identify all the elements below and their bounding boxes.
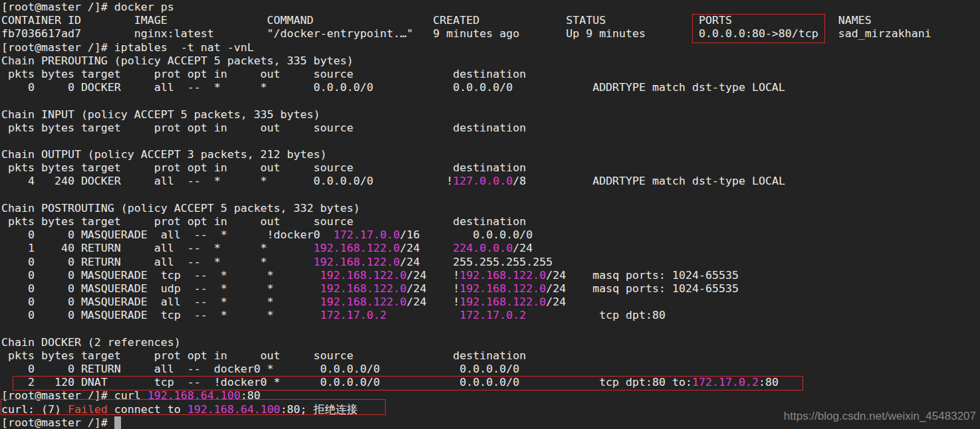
terminal-text-segment: pkts bytes target prot opt in out source… (1, 161, 526, 174)
terminal-line: pkts bytes target prot opt in out source… (1, 68, 980, 81)
terminal-cursor (114, 416, 121, 429)
terminal-text-segment: pkts bytes target prot opt in out source… (1, 349, 526, 362)
terminal-text-segment: 192.168.64.100 (187, 403, 281, 416)
terminal-text-segment: /24 (546, 296, 566, 308)
terminal-line: pkts bytes target prot opt in out source… (1, 215, 980, 228)
terminal-text-segment: 1 40 RETURN all -- * * (1, 242, 314, 254)
terminal-line: 1 40 RETURN all -- * * 192.168.122.0/24 … (1, 242, 980, 255)
terminal-line: Chain INPUT (policy ACCEPT 5 packets, 33… (1, 108, 980, 122)
terminal-line: Chain DOCKER (2 references) (1, 336, 980, 349)
terminal-text-segment: 192.168.122.0 (459, 296, 546, 308)
terminal-output: [root@master /]# docker psCONTAINER ID I… (0, 0, 980, 429)
terminal-text-segment: 0 0 MASQUERADE udp -- * * (1, 282, 320, 295)
terminal-line: CONTAINER ID IMAGE COMMAND CREATED STATU… (1, 14, 980, 27)
terminal-line: [root@master /]# curl 192.168.64.100:80 (1, 389, 980, 402)
terminal-text-segment: connect to (108, 403, 187, 416)
terminal-text-segment: 0 0 DOCKER all -- * * 0.0.0.0/0 0.0.0.0/… (1, 81, 785, 94)
terminal-line: 0 0 RETURN all -- * * 192.168.122.0/24 2… (1, 256, 980, 269)
watermark: https://blog.csdn.net/weixin_45483207 (784, 410, 976, 423)
terminal-line: Chain POSTROUTING (policy ACCEPT 5 packe… (1, 202, 980, 215)
terminal-text-segment: /24 ! (406, 269, 459, 282)
terminal-line: 0 0 MASQUERADE tcp -- * * 172.17.0.2 172… (1, 309, 980, 322)
terminal-text-segment: pkts bytes target prot opt in out source… (1, 215, 526, 228)
terminal-text-segment: 0 0 MASQUERADE tcp -- * * (1, 309, 320, 321)
terminal-text-segment: Chain POSTROUTING (policy ACCEPT 5 packe… (1, 202, 360, 214)
terminal-text-segment: :80 (241, 389, 261, 402)
terminal-line: pkts bytes target prot opt in out source… (1, 161, 980, 175)
terminal-line: 4 240 DOCKER all -- * * 0.0.0.0/0 !127.0… (1, 175, 980, 188)
terminal-text-segment: fb7036617ad7 nginx:latest "/docker-entry… (1, 27, 931, 40)
terminal-text-segment: Failed (68, 403, 108, 416)
terminal-text-segment: 192.168.122.0 (459, 282, 546, 295)
terminal-text-segment: 0 0 RETURN all -- docker0 * 0.0.0.0/0 0.… (1, 363, 519, 375)
terminal-text-segment: 192.168.122.0 (314, 242, 400, 254)
terminal-line: [root@master /]# iptables -t nat -vnL (1, 41, 980, 54)
terminal-text-segment: pkts bytes target prot opt in out source… (1, 122, 526, 134)
terminal-line: [root@master /]# docker ps (1, 1, 980, 14)
terminal-line: pkts bytes target prot opt in out source… (1, 349, 980, 363)
terminal-text-segment: 192.168.122.0 (320, 282, 407, 295)
terminal-line: Chain OUTPUT (policy ACCEPT 3 packets, 2… (1, 148, 980, 161)
terminal-text-segment: [root@master /]# (1, 416, 114, 429)
terminal-text-segment: /24 ! (406, 296, 459, 308)
terminal-line (1, 323, 980, 336)
terminal-text-segment: 127.0.0.0 (453, 175, 513, 187)
terminal-line: 0 0 MASQUERADE udp -- * * 192.168.122.0/… (1, 282, 980, 296)
terminal-text-segment: pkts bytes target prot opt in out source… (1, 68, 526, 80)
terminal-line: 0 0 MASQUERADE tcp -- * * 192.168.122.0/… (1, 269, 980, 282)
terminal-text-segment: 172.17.0.2 (459, 309, 526, 321)
terminal-text-segment: 172.17.0.2 (692, 376, 759, 388)
terminal-text-segment: Chain OUTPUT (policy ACCEPT 3 packets, 2… (1, 148, 327, 161)
terminal-text-segment: /16 0.0.0.0/0 (400, 228, 533, 241)
terminal-line: 2 120 DNAT tcp -- !docker0 * 0.0.0.0/0 0… (1, 376, 980, 389)
terminal-text-segment: Chain PREROUTING (policy ACCEPT 5 packet… (1, 54, 354, 67)
terminal-line: Chain PREROUTING (policy ACCEPT 5 packet… (1, 54, 980, 68)
terminal-text-segment: :80 (759, 376, 779, 388)
terminal-text-segment: /24 (400, 242, 453, 254)
terminal-text-segment: 192.168.122.0 (314, 256, 400, 268)
terminal-text-segment: /24 masq ports: 1024-65535 (546, 269, 739, 282)
terminal-text-segment: [root@master /]# docker ps (1, 1, 174, 13)
terminal-text-segment: 0 0 MASQUERADE all -- * !docker0 (1, 228, 334, 241)
terminal-text-segment: 224.0.0.0 (453, 242, 513, 254)
terminal-text-segment: Chain INPUT (policy ACCEPT 5 packets, 33… (1, 108, 320, 121)
terminal-text-segment: 172.17.0.2 (320, 309, 387, 321)
terminal-text-segment: [root@master /]# iptables -t nat -vnL (1, 41, 254, 54)
terminal-text-segment (386, 309, 459, 321)
terminal-text-segment: 0 0 MASQUERADE all -- * * (1, 296, 320, 308)
terminal-text-segment: 4 240 DOCKER all -- * * 0.0.0.0/0 ! (1, 175, 453, 187)
terminal-text-segment: 192.168.122.0 (320, 269, 407, 282)
terminal-text-segment: /24 255.255.255.255 (400, 256, 552, 268)
terminal-line (1, 135, 980, 148)
terminal-text-segment: :80; 拒绝连接 (281, 403, 358, 416)
terminal-line (1, 94, 980, 108)
terminal-text-segment: CONTAINER ID IMAGE COMMAND CREATED STATU… (1, 14, 872, 27)
terminal-text-segment: Chain DOCKER (2 references) (1, 336, 181, 349)
terminal-line: 0 0 DOCKER all -- * * 0.0.0.0/0 0.0.0.0/… (1, 81, 980, 94)
terminal-text-segment: /24 masq ports: 1024-65535 (546, 282, 739, 295)
terminal-text-segment: [root@master /]# curl (1, 389, 148, 402)
terminal-text-segment: 192.168.122.0 (320, 296, 407, 308)
terminal-text-segment: 172.17.0.0 (334, 228, 400, 241)
terminal-text-segment: /24 ! (406, 282, 459, 295)
terminal-text-segment: 0 0 MASQUERADE tcp -- * * (1, 269, 320, 282)
terminal-line: 0 0 MASQUERADE all -- * * 192.168.122.0/… (1, 296, 980, 309)
terminal-line (1, 189, 980, 202)
terminal-line: 0 0 MASQUERADE all -- * !docker0 172.17.… (1, 228, 980, 242)
terminal-text-segment: tcp dpt:80 (526, 309, 666, 321)
terminal-text-segment: 0 0 RETURN all -- * * (1, 256, 314, 268)
terminal-text-segment: /24 (513, 242, 533, 254)
terminal-screen: [root@master /]# docker psCONTAINER ID I… (0, 0, 980, 429)
terminal-text-segment: curl: (7) (1, 403, 68, 416)
terminal-text-segment: 2 120 DNAT tcp -- !docker0 * 0.0.0.0/0 0… (1, 376, 692, 388)
terminal-line: fb7036617ad7 nginx:latest "/docker-entry… (1, 27, 980, 41)
terminal-text-segment: 192.168.64.100 (148, 389, 241, 402)
terminal-text-segment: /8 ADDRTYPE match dst-type LOCAL (513, 175, 785, 187)
terminal-text-segment: 192.168.122.0 (459, 269, 546, 282)
terminal-line: pkts bytes target prot opt in out source… (1, 122, 980, 135)
terminal-line: 0 0 RETURN all -- docker0 * 0.0.0.0/0 0.… (1, 363, 980, 376)
